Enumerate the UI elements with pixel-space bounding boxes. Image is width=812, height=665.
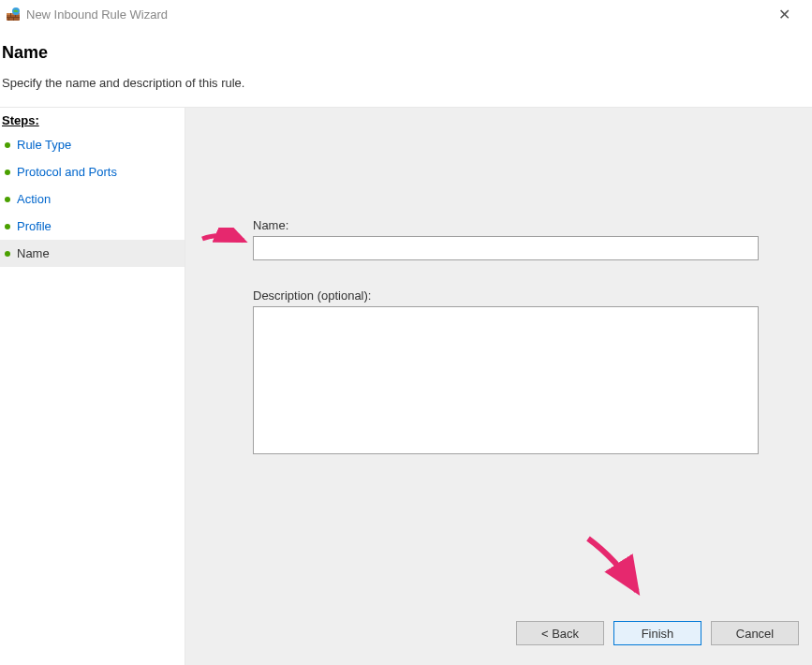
bullet-icon bbox=[5, 251, 10, 257]
step-rule-type[interactable]: Rule Type bbox=[0, 131, 185, 158]
content-area: Steps: Rule Type Protocol and Ports Acti… bbox=[0, 108, 812, 665]
bullet-icon bbox=[5, 170, 10, 175]
steps-list: Rule Type Protocol and Ports Action Prof… bbox=[0, 131, 185, 267]
bullet-icon bbox=[5, 224, 10, 229]
description-field-block: Description (optional): bbox=[253, 288, 763, 457]
step-label: Rule Type bbox=[17, 138, 71, 152]
step-label: Name bbox=[17, 246, 50, 260]
description-input[interactable] bbox=[253, 306, 759, 454]
window-title: New Inbound Rule Wizard bbox=[26, 7, 168, 22]
name-label: Name: bbox=[253, 218, 763, 232]
step-label: Action bbox=[17, 192, 51, 206]
wizard-buttons: < Back Finish Cancel bbox=[516, 621, 799, 645]
cancel-button[interactable]: Cancel bbox=[711, 621, 799, 645]
title-bar: New Inbound Rule Wizard ✕ bbox=[0, 0, 812, 28]
bullet-icon bbox=[5, 197, 10, 202]
title-bar-left: New Inbound Rule Wizard bbox=[6, 7, 168, 22]
name-input[interactable] bbox=[253, 236, 759, 260]
step-profile[interactable]: Profile bbox=[0, 213, 185, 240]
step-protocol-and-ports[interactable]: Protocol and Ports bbox=[0, 158, 185, 185]
steps-heading: Steps: bbox=[0, 108, 185, 131]
back-button[interactable]: < Back bbox=[516, 621, 604, 645]
firewall-icon bbox=[6, 7, 21, 22]
finish-button[interactable]: Finish bbox=[613, 621, 701, 645]
annotation-arrow-icon bbox=[579, 531, 654, 606]
description-label: Description (optional): bbox=[253, 288, 763, 303]
svg-rect-6 bbox=[13, 17, 14, 21]
wizard-header: Name Specify the name and description of… bbox=[0, 28, 812, 108]
page-title: Name bbox=[2, 43, 812, 63]
svg-rect-3 bbox=[10, 13, 11, 17]
steps-sidebar: Steps: Rule Type Protocol and Ports Acti… bbox=[0, 108, 185, 665]
svg-rect-5 bbox=[8, 17, 9, 21]
form-area: Name: Description (optional): bbox=[185, 108, 812, 457]
step-name[interactable]: Name bbox=[0, 240, 185, 267]
bullet-icon bbox=[5, 142, 10, 148]
close-button[interactable]: ✕ bbox=[765, 6, 803, 23]
step-label: Protocol and Ports bbox=[17, 165, 117, 179]
step-action[interactable]: Action bbox=[0, 185, 185, 213]
page-subtitle: Specify the name and description of this… bbox=[2, 76, 812, 90]
step-label: Profile bbox=[17, 219, 52, 233]
name-field-block: Name: bbox=[253, 218, 763, 260]
main-panel: Name: Description (optional): < Back Fin… bbox=[185, 108, 812, 665]
